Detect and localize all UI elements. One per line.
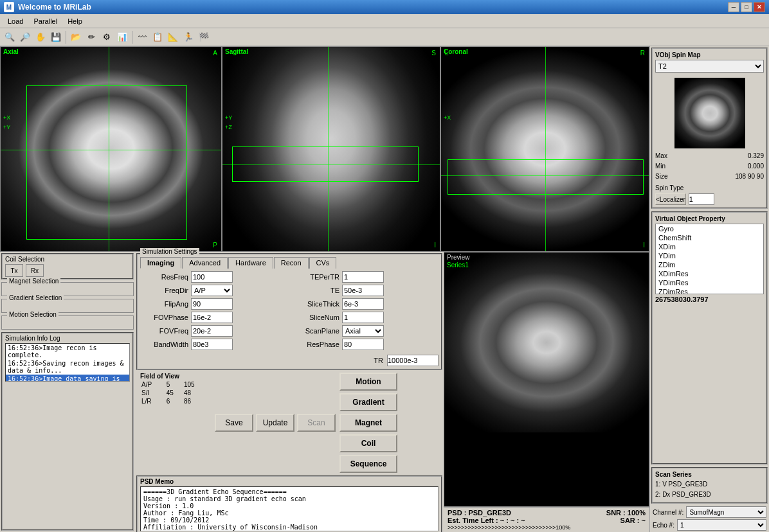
slicenum-input[interactable]	[342, 312, 384, 323]
vop-item-ydim[interactable]: YDim	[656, 251, 763, 260]
close-button[interactable]: ✕	[754, 2, 765, 12]
maximize-button[interactable]: □	[741, 2, 752, 12]
fovfreq-input[interactable]	[191, 325, 233, 337]
resphase-input[interactable]	[342, 339, 384, 350]
log-item-3: 16:52:36>Image data saving is complete!	[6, 375, 129, 382]
tab-cvs[interactable]: CVs	[309, 257, 337, 269]
toolbar-btn-10[interactable]: 📋	[150, 30, 165, 44]
channel-select[interactable]: SumofMagnMagnitudePhase	[686, 506, 766, 518]
minimize-button[interactable]: ─	[728, 2, 739, 12]
fov-row-lr: L/R 6 86	[141, 398, 208, 405]
flipang-input[interactable]	[191, 298, 233, 310]
tepertr-input[interactable]	[342, 271, 384, 283]
sagittal-s-label: S	[431, 49, 436, 57]
menu-parallel[interactable]: Parallel	[28, 16, 62, 26]
rx-button[interactable]: Rx	[26, 264, 44, 277]
echo-select[interactable]: 1	[677, 519, 766, 531]
vop-item-xdimres[interactable]: XDimRes	[656, 269, 763, 278]
fov-label-si: S/I	[141, 389, 165, 396]
toolbar-btn-3[interactable]: ✋	[33, 30, 48, 44]
channel-label: Channel #:	[653, 509, 683, 516]
vop-item-xdim[interactable]: XDim	[656, 242, 763, 251]
tab-recon[interactable]: Recon	[274, 257, 309, 269]
slicethick-input[interactable]	[342, 298, 384, 310]
psd-info-bar: PSD : PSD_GRE3D SNR : 100% Est. Time Lef…	[444, 507, 649, 532]
menu-load[interactable]: Load	[3, 16, 28, 26]
log-item-2: 16:52:36>Saving recon images & data & in…	[6, 359, 129, 375]
bandwidth-input[interactable]	[191, 339, 233, 350]
psd-value: PSD : PSD_GRE3D	[448, 509, 511, 517]
sim-group-label: Simulation Settings	[142, 248, 197, 255]
snr-val: 100%	[628, 509, 646, 517]
vobj-dropdown[interactable]: T2T1PD	[655, 60, 764, 73]
toolbar-btn-11[interactable]: 📐	[166, 30, 180, 44]
size-row: Size 108 90 90	[655, 172, 764, 182]
series-type-2: Dx	[662, 491, 670, 498]
localizer-row: <Localizer	[655, 193, 764, 205]
vop-item-chemshift[interactable]: ChemShift	[656, 233, 763, 242]
vop-panel: Virtual Object Property Gyro ChemShift X…	[651, 211, 768, 465]
sar-val: ~	[642, 517, 646, 524]
resphase-label: ResPhase	[291, 341, 339, 348]
sus-buttons: Save Update Scan	[213, 371, 337, 474]
size-label: Size	[655, 172, 667, 182]
magnet-button[interactable]: Magnet	[339, 414, 397, 432]
vop-item-gyro[interactable]: Gyro	[656, 224, 763, 233]
te-input[interactable]	[342, 285, 384, 296]
sequence-button[interactable]: Sequence	[339, 455, 397, 473]
tx-button[interactable]: Tx	[5, 264, 23, 277]
toolbar-btn-2[interactable]: 🔎	[18, 30, 32, 44]
vop-item-zdim[interactable]: ZDim	[656, 260, 763, 269]
slicethick-row: SliceThick	[291, 298, 439, 310]
fov-row-ap: A/P 5 105	[141, 381, 208, 388]
toolbar-btn-13[interactable]: 🏁	[197, 30, 211, 44]
coil-selection-title: Coil Selection	[5, 256, 130, 263]
toolbar-btn-12[interactable]: 🏃	[181, 30, 195, 44]
freqdir-label: FreqDir	[140, 287, 188, 294]
motion-button[interactable]: Motion	[339, 373, 397, 391]
tr-row: TR	[140, 355, 439, 366]
preview-label: Preview	[447, 254, 470, 261]
tab-advanced[interactable]: Advanced	[182, 257, 228, 269]
psd-memo-content[interactable]: ======3D Gradient Echo Sequence====== Us…	[140, 486, 439, 531]
fovphase-input[interactable]	[191, 312, 233, 323]
preview-panel: Preview Series1	[444, 252, 649, 507]
resfreq-input[interactable]	[191, 271, 233, 283]
spin-type-input[interactable]	[689, 193, 714, 205]
series-type-1: V	[662, 481, 667, 488]
action-buttons-panel: Motion Gradient Magnet Coil Sequence	[337, 371, 401, 474]
te-label: TE	[291, 287, 339, 294]
gradient-button[interactable]: Gradient	[339, 393, 397, 411]
vop-title: Virtual Object Property	[655, 215, 764, 222]
update-button[interactable]: Update	[256, 414, 294, 432]
fov-table: A/P 5 105 S/I 45 48 L/R 6	[140, 380, 210, 406]
app-icon: M	[4, 2, 14, 12]
menu-help[interactable]: Help	[62, 16, 87, 26]
vop-item-zdimres[interactable]: ZDimRes	[656, 287, 763, 294]
toolbar-btn-9[interactable]: 〰	[135, 30, 149, 44]
scanplane-select[interactable]: AxialSagittalCoronal	[342, 325, 384, 337]
tab-imaging[interactable]: Imaging	[140, 257, 181, 269]
save-button[interactable]: Save	[215, 414, 253, 432]
tr-input[interactable]	[387, 355, 439, 366]
toolbar-btn-5[interactable]: 📂	[69, 30, 83, 44]
toolbar-btn-1[interactable]: 🔍	[3, 30, 17, 44]
echo-label: Echo #:	[653, 522, 674, 529]
tab-hardware[interactable]: Hardware	[228, 257, 273, 269]
toolbar-btn-4[interactable]: 💾	[49, 30, 63, 44]
fovfreq-row: FOVFreq	[140, 325, 287, 337]
coronal-panel: Coronal +X L R I	[440, 46, 649, 252]
localizer-button[interactable]: <Localizer	[655, 193, 686, 205]
max-label: Max	[655, 151, 667, 161]
coil-action-button[interactable]: Coil	[339, 434, 397, 452]
toolbar-btn-6[interactable]: ✏	[84, 30, 98, 44]
toolbar-btn-7[interactable]: ⚙	[100, 30, 114, 44]
vop-item-ydimres[interactable]: YDimRes	[656, 278, 763, 287]
scan-button[interactable]: Scan	[297, 414, 336, 432]
freqdir-select[interactable]: A/PR/LS/I	[191, 285, 233, 296]
preview-image[interactable]	[444, 253, 649, 432]
spin-type-label: Spin Type	[655, 183, 764, 193]
gradient-selection-title: Gradient Selection	[7, 294, 64, 301]
toolbar-btn-8[interactable]: 📊	[115, 30, 129, 44]
form-content: ResFreq FreqDir A/PR/LS/I FlipAng	[140, 271, 439, 352]
